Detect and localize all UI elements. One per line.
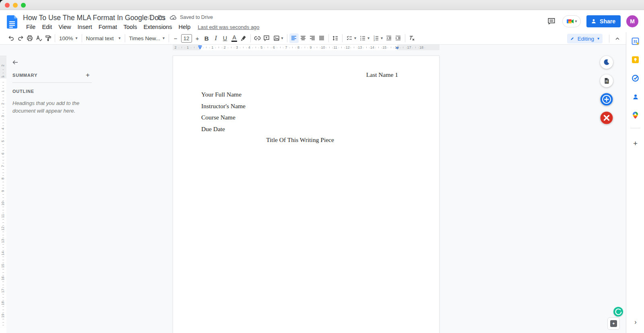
bulleted-list-button[interactable]: ▾ (358, 33, 371, 43)
line-spacing-icon[interactable] (331, 33, 340, 43)
doc-title-line[interactable]: Title Of This Writing Piece (201, 136, 399, 144)
fullscreen-window-button[interactable] (21, 3, 26, 8)
menu-file[interactable]: File (23, 23, 39, 31)
vertical-ruler[interactable]: 2112345678910111213141516171819 (0, 50, 6, 333)
ruler-number: 14 (370, 45, 374, 49)
menu-tools[interactable]: Tools (120, 23, 140, 31)
google-docs-logo-icon[interactable] (7, 15, 17, 29)
horizontal-ruler[interactable]: 21123456789101112131415161718 (0, 45, 626, 50)
star-icon[interactable]: ☆ (146, 13, 154, 21)
google-maps-icon[interactable] (632, 111, 639, 119)
google-calendar-icon[interactable]: 31 (632, 37, 639, 45)
editing-mode-dropdown[interactable]: Editing ▾ (567, 34, 603, 43)
close-outline-button[interactable] (10, 58, 20, 67)
mode-label: Editing (578, 36, 594, 42)
font-size-input[interactable]: 12 (181, 34, 192, 43)
doc-line-full-name[interactable]: Your Full Name (201, 91, 242, 98)
share-button[interactable]: Share (586, 15, 621, 27)
text-color-button[interactable]: A (230, 33, 239, 43)
ruler-number: 7 (1, 164, 5, 168)
insert-image-button[interactable]: ▾ (271, 33, 285, 43)
doc-line-instructor[interactable]: Instructor's Name (201, 103, 246, 110)
menu-help[interactable]: Help (175, 23, 194, 31)
hide-menus-button[interactable] (613, 34, 622, 43)
decrease-indent-button[interactable] (384, 33, 394, 43)
highlight-color-icon[interactable] (239, 33, 248, 43)
comment-history-icon[interactable] (546, 16, 557, 27)
numbered-list-button[interactable]: 123 ▾ (371, 33, 384, 43)
menu-edit[interactable]: Edit (39, 23, 55, 31)
menu-format[interactable]: Format (95, 23, 120, 31)
bold-button[interactable]: B (202, 33, 211, 43)
redo-button[interactable] (16, 33, 25, 43)
ruler-number: 6 (1, 152, 5, 156)
first-line-indent-marker[interactable] (198, 45, 202, 47)
spellcheck-icon[interactable] (34, 33, 43, 43)
get-add-ons-button[interactable]: + (630, 138, 640, 148)
insert-link-icon[interactable] (253, 33, 262, 43)
add-comment-icon[interactable] (262, 33, 271, 43)
clear-formatting-icon[interactable] (407, 33, 417, 43)
google-contacts-icon[interactable] (632, 93, 639, 101)
ruler-number: 18 (419, 45, 423, 49)
increase-indent-button[interactable] (394, 33, 403, 43)
ruler-number: 2 (224, 45, 226, 49)
document-page[interactable]: Last Name 1 Your Full Name Instructor's … (173, 56, 440, 333)
document-title[interactable]: How To Use The MLA Format In Google Docs (23, 14, 165, 22)
running-head[interactable]: Last Name 1 (366, 71, 398, 78)
menu-view[interactable]: View (55, 23, 74, 31)
outline-sidebar: SUMMARY + OUTLINE Headings that you add … (6, 50, 97, 333)
explore-button[interactable]: ✦ (607, 317, 620, 330)
google-tasks-icon[interactable] (632, 74, 639, 82)
increase-font-size-button[interactable]: + (193, 33, 202, 43)
last-edit-link[interactable]: Last edit was seconds ago (198, 24, 259, 30)
toolbar-divider (328, 34, 329, 42)
google-keep-icon[interactable] (632, 56, 639, 64)
paint-format-icon[interactable] (43, 33, 53, 43)
doc-line-due-date[interactable]: Due Date (201, 125, 225, 133)
toolbar-divider (287, 34, 287, 42)
dark-mode-toggle-button[interactable] (600, 56, 613, 69)
ruler-number: 4 (248, 45, 250, 49)
close-window-button[interactable] (5, 3, 10, 8)
sparkle-icon: ✦ (610, 320, 617, 327)
decrease-font-size-button[interactable]: − (171, 33, 180, 43)
menu-extensions[interactable]: Extensions (140, 23, 175, 31)
print-icon[interactable] (25, 33, 34, 43)
justify-button[interactable] (317, 33, 326, 43)
moon-icon (603, 58, 611, 66)
zoom-select[interactable]: 100%▾ (57, 33, 80, 43)
italic-button[interactable]: I (211, 33, 221, 43)
meet-call-button[interactable]: ▾ (562, 15, 581, 27)
ruler-number: 13 (358, 45, 362, 49)
minimize-window-button[interactable] (13, 3, 18, 8)
paragraph-style-select[interactable]: Normal text▾ (84, 33, 123, 43)
align-center-button[interactable] (299, 33, 308, 43)
font-family-select[interactable]: Times New...▾ (127, 33, 167, 43)
align-left-button[interactable] (289, 33, 299, 43)
ruler-left-margin (173, 45, 200, 50)
document-tool-button[interactable] (600, 74, 613, 87)
cloud-saved-icon (169, 13, 177, 21)
saved-status[interactable]: Saved to Drive (180, 14, 213, 20)
undo-button[interactable] (6, 33, 16, 43)
account-avatar[interactable]: M (626, 15, 638, 27)
menu-insert[interactable]: Insert (74, 23, 95, 31)
checklist-button[interactable]: ▾ (345, 33, 358, 43)
grammarly-icon[interactable] (613, 307, 623, 317)
left-indent-marker[interactable] (198, 47, 202, 49)
ruler-number: 8 (297, 45, 299, 49)
ruler-number: 13 (1, 239, 5, 243)
hide-side-panel-button[interactable]: › (631, 318, 640, 327)
extension-close-button[interactable] (600, 111, 613, 124)
extension-add-button[interactable] (600, 93, 613, 106)
chevron-down-icon: ▾ (354, 36, 356, 40)
add-summary-button[interactable]: + (83, 70, 93, 80)
align-right-button[interactable] (308, 33, 317, 43)
underline-button[interactable]: U (221, 33, 230, 43)
doc-line-course[interactable]: Course Name (201, 114, 235, 121)
ruler-number: 11 (1, 214, 5, 218)
google-docs-window: How To Use The MLA Format In Google Docs… (0, 0, 644, 333)
move-to-folder-icon[interactable] (157, 13, 165, 21)
macos-titlebar (0, 0, 644, 10)
